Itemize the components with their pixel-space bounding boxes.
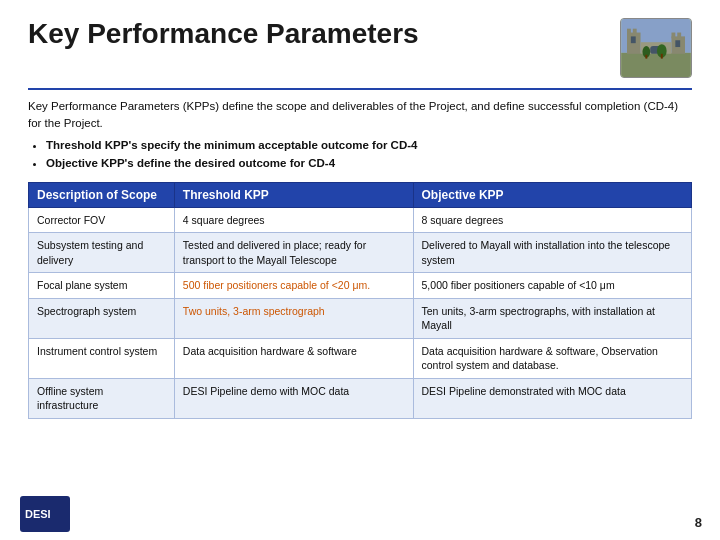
slide-container: Key Performance Parameters	[0, 0, 720, 540]
cell-desc: Corrector FOV	[29, 207, 175, 232]
svg-rect-4	[627, 29, 631, 35]
table-row: Corrector FOV4 square degrees8 square de…	[29, 207, 692, 232]
cell-threshold: 500 fiber positioners capable of <20 μm.	[174, 273, 413, 298]
table-row: Offline system infrastructureDESI Pipeli…	[29, 378, 692, 418]
divider	[28, 88, 692, 90]
cell-objective: DESI Pipeline demonstrated with MOC data	[413, 378, 691, 418]
svg-rect-10	[631, 36, 636, 43]
cell-desc: Focal plane system	[29, 273, 175, 298]
cell-threshold: Data acquisition hardware & software	[174, 338, 413, 378]
svg-rect-16	[645, 55, 647, 59]
table-row: Focal plane system500 fiber positioners …	[29, 273, 692, 298]
bullet-item-2: Objective KPP's define the desired outco…	[46, 155, 692, 172]
footer-logo: DESI	[20, 496, 70, 532]
table-header-row: Description of Scope Threshold KPP Objec…	[29, 182, 692, 207]
svg-rect-8	[677, 33, 681, 39]
cell-objective: Data acquisition hardware & software, Ob…	[413, 338, 691, 378]
svg-rect-14	[661, 54, 663, 59]
intro-text: Key Performance Parameters (KPPs) define…	[28, 98, 692, 131]
cell-desc: Subsystem testing and delivery	[29, 233, 175, 273]
bullet-item-1: Threshold KPP's specify the minimum acce…	[46, 137, 692, 154]
cell-threshold: Two units, 3-arm spectrograph	[174, 298, 413, 338]
cell-threshold: DESI Pipeline demo with MOC data	[174, 378, 413, 418]
table-row: Spectrograph systemTwo units, 3-arm spec…	[29, 298, 692, 338]
svg-rect-11	[675, 40, 680, 47]
col-header-objective: Objective KPP	[413, 182, 691, 207]
slide-title: Key Performance Parameters	[28, 18, 610, 50]
svg-rect-5	[633, 29, 637, 35]
svg-text:DESI: DESI	[25, 508, 51, 520]
cell-desc: Offline system infrastructure	[29, 378, 175, 418]
table-row: Subsystem testing and deliveryTested and…	[29, 233, 692, 273]
cell-desc: Instrument control system	[29, 338, 175, 378]
col-header-threshold: Threshold KPP	[174, 182, 413, 207]
col-header-desc: Description of Scope	[29, 182, 175, 207]
header-area: Key Performance Parameters	[28, 18, 692, 78]
kpp-table: Description of Scope Threshold KPP Objec…	[28, 182, 692, 419]
table-row: Instrument control systemData acquisitio…	[29, 338, 692, 378]
svg-rect-2	[621, 53, 691, 77]
page-number: 8	[695, 515, 702, 530]
cell-objective: 5,000 fiber positioners capable of <10 μ…	[413, 273, 691, 298]
svg-rect-7	[671, 33, 675, 39]
cell-threshold: Tested and delivered in place; ready for…	[174, 233, 413, 273]
castle-icon	[621, 19, 691, 77]
cell-objective: Delivered to Mayall with installation in…	[413, 233, 691, 273]
bullet-list: Threshold KPP's specify the minimum acce…	[46, 137, 692, 172]
desi-logo-icon: DESI	[20, 496, 70, 532]
cell-desc: Spectrograph system	[29, 298, 175, 338]
cell-objective: 8 square degrees	[413, 207, 691, 232]
cell-threshold: 4 square degrees	[174, 207, 413, 232]
cell-objective: Ten units, 3-arm spectrographs, with ins…	[413, 298, 691, 338]
header-image	[620, 18, 692, 78]
